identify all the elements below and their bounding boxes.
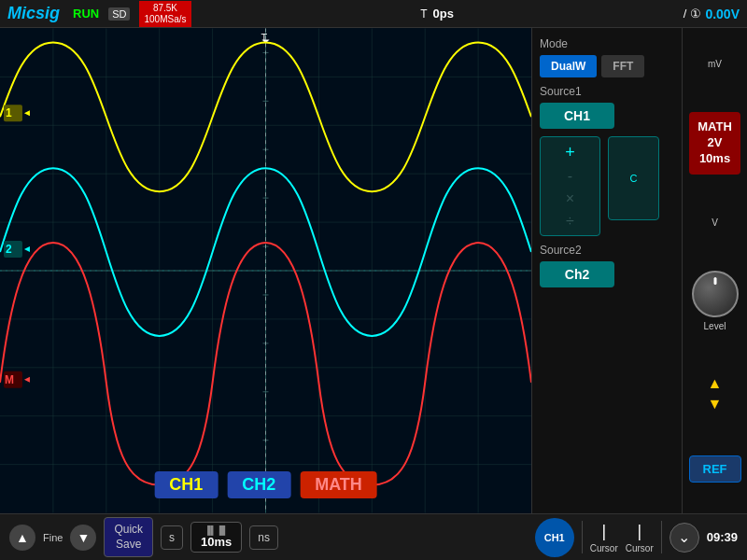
ref-button[interactable]: REF (689, 455, 741, 483)
source2-section: Source2 Ch2 (540, 244, 674, 287)
header-bar: Micsig RUN SD 87.5K 100MSa/s T 0ps / ① 0… (0, 0, 747, 28)
channel-labels-bottom: CH1 CH2 MATH (154, 471, 377, 498)
trigger-marker-top: T (420, 7, 427, 21)
level-up-arrow[interactable]: ▲ (708, 375, 723, 392)
ns-unit-button[interactable]: ns (249, 525, 278, 550)
math-divide-button[interactable]: ÷ (544, 211, 596, 231)
svg-text:1: 1 (6, 106, 12, 119)
ch1-circle-button[interactable]: CH1 (535, 518, 574, 557)
math-ch-display: C (630, 173, 638, 184)
level-label: Level (704, 321, 726, 331)
divider2 (661, 521, 662, 553)
bottom-toolbar: ▲ Fine ▼ QuickSave s ▐▌▐▌ 10ms ns CH1 | … (0, 513, 747, 560)
source2-ch2-button[interactable]: Ch2 (540, 261, 614, 287)
time-offset: 0ps (433, 7, 454, 21)
math-side-button[interactable]: MATH 2V 10ms (689, 112, 740, 175)
dualw-button[interactable]: DualW (540, 55, 597, 77)
divider1 (582, 521, 583, 553)
level-down-arrow[interactable]: ▼ (708, 396, 723, 413)
clock-display: 09:39 (707, 530, 738, 544)
source2-label: Source2 (540, 244, 674, 257)
expand-button[interactable]: ⌄ (669, 523, 699, 553)
mode-buttons: DualW FFT (540, 55, 674, 77)
cursor2-icon: | (637, 522, 641, 541)
svg-text:2: 2 (6, 243, 12, 256)
cursor1-icon: | (601, 522, 606, 541)
run-status: RUN (73, 7, 99, 21)
mode-section: Mode DualW FFT (540, 37, 674, 77)
scope-grid: T 1 2 M (0, 28, 531, 513)
trigger-ch-indicator: ① (690, 7, 701, 21)
mode-label: Mode (540, 37, 674, 50)
logo: Micsig (7, 4, 60, 23)
up-arrow-button[interactable]: ▲ (9, 525, 35, 551)
mv-label: mV (708, 59, 722, 69)
cursor1-label: Cursor (590, 543, 618, 553)
fine-label: Fine (43, 532, 63, 543)
cursor1-button[interactable]: | Cursor (590, 522, 618, 553)
ch1-bottom-label[interactable]: CH1 (154, 471, 218, 498)
main-area: T 1 2 M (0, 28, 747, 513)
timebase-value: 10ms (201, 535, 232, 549)
cursor2-label: Cursor (626, 543, 654, 553)
cursor2-button[interactable]: | Cursor (626, 522, 654, 553)
svg-text:M: M (5, 373, 14, 386)
mv-v-section: mV (708, 59, 722, 69)
math-multiply-button[interactable]: × (544, 189, 596, 209)
math-minus-button[interactable]: - (544, 166, 596, 187)
math-operations: + - × ÷ (540, 136, 600, 236)
source1-ch1-button[interactable]: CH1 (540, 103, 614, 129)
math-bottom-label[interactable]: MATH (300, 471, 377, 498)
math-ops-area: + - × ÷ C (540, 136, 674, 236)
right-panel: Mode DualW FFT Source1 CH1 + - × ÷ C (532, 28, 682, 513)
sd-indicator: SD (108, 7, 130, 21)
v-label: V (712, 217, 718, 228)
level-section: Level (692, 271, 739, 331)
scope-display: T 1 2 M (0, 28, 532, 513)
fft-button[interactable]: FFT (601, 55, 644, 77)
quick-save-button[interactable]: QuickSave (104, 517, 153, 557)
right-side-panel: mV MATH 2V 10ms V Level ▲ ▼ REF (682, 28, 747, 513)
down-arrow-button[interactable]: ▼ (70, 525, 96, 551)
level-arrows: ▲ ▼ (708, 375, 723, 413)
trigger-volt-prefix: / (684, 7, 687, 21)
trigger-voltage: 0.00V (705, 7, 740, 21)
math-plus-button[interactable]: + (544, 141, 596, 164)
timebase-display: ▐▌▐▌ 10ms (190, 522, 242, 553)
source1-section: Source1 CH1 (540, 85, 674, 129)
freq-display: 87.5K 100MSa/s (139, 1, 190, 27)
source1-label: Source1 (540, 85, 674, 98)
ch2-bottom-label[interactable]: CH2 (227, 471, 290, 498)
level-knob[interactable] (692, 271, 739, 317)
s-unit-button[interactable]: s (161, 525, 183, 550)
math-side-section: MATH 2V 10ms (689, 112, 740, 175)
timebase-bars-icon: ▐▌▐▌ (204, 525, 229, 535)
